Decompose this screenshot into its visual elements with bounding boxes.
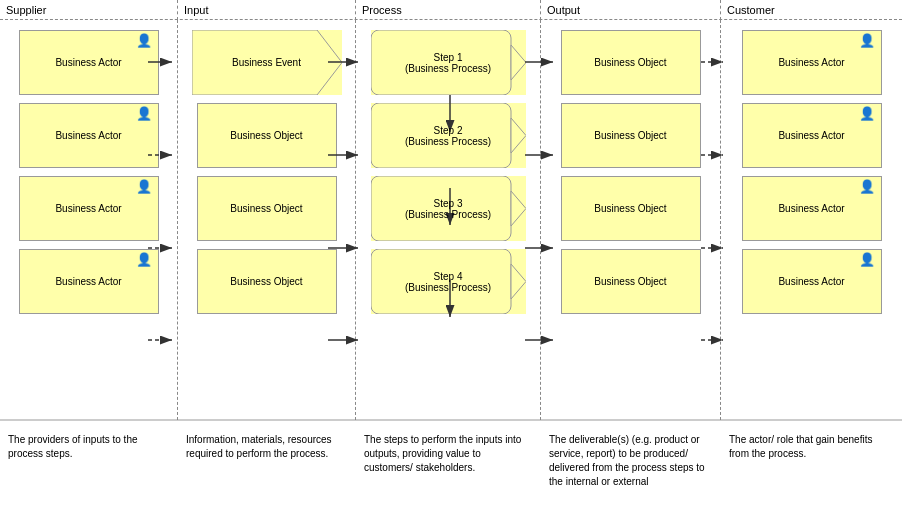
input-column: Business Event Business Object Business … [178,20,356,420]
person-icon-3: 👤 [136,180,152,193]
customer-column: 👤 Business Actor 👤 Business Actor 👤 Busi… [721,20,902,420]
supplier-actor-2: 👤 Business Actor [19,103,159,168]
description-section: The providers of inputs to the process s… [0,420,902,501]
process-step-1: Step 1(Business Process) [371,30,526,95]
desc-process: The steps to perform the inputs into out… [356,429,541,493]
output-column: Business Object Business Object Business… [541,20,721,420]
person-icon-c4: 👤 [859,253,875,266]
customer-actor-1: 👤 Business Actor [742,30,882,95]
person-icon-c2: 👤 [859,107,875,120]
svg-marker-2 [511,45,526,80]
person-icon-c1: 👤 [859,34,875,47]
supplier-actor-1: 👤 Business Actor [19,30,159,95]
supplier-actor-4: 👤 Business Actor [19,249,159,314]
process-step-4: Step 4(Business Process) [371,249,526,314]
person-icon-4: 👤 [136,253,152,266]
output-object-4: Business Object [561,249,701,314]
desc-customer: The actor/ role that gain benefits from … [721,429,902,493]
customer-actor-2: 👤 Business Actor [742,103,882,168]
customer-actor-4: 👤 Business Actor [742,249,882,314]
swimlane-body: 👤 Business Actor 👤 Business Actor 👤 Busi… [0,20,902,420]
process-step-3: Step 3(Business Process) [371,176,526,241]
output-object-3: Business Object [561,176,701,241]
person-icon-c3: 👤 [859,180,875,193]
supplier-actor-3: 👤 Business Actor [19,176,159,241]
header-customer: Customer [721,0,902,20]
person-icon-1: 👤 [136,34,152,47]
input-event-1: Business Event [192,30,342,95]
output-object-1: Business Object [561,30,701,95]
svg-marker-8 [511,264,526,299]
process-column: Step 1(Business Process) Step 2(Business… [356,20,541,420]
output-object-2: Business Object [561,103,701,168]
svg-marker-4 [511,118,526,153]
input-object-3: Business Object [197,176,337,241]
desc-supplier: The providers of inputs to the process s… [0,429,178,493]
header-output: Output [541,0,721,20]
input-object-4: Business Object [197,249,337,314]
swimlane-header: Supplier Input Process Output Customer [0,0,902,20]
desc-output: The deliverable(s) (e.g. product or serv… [541,429,721,493]
customer-actor-3: 👤 Business Actor [742,176,882,241]
supplier-column: 👤 Business Actor 👤 Business Actor 👤 Busi… [0,20,178,420]
header-supplier: Supplier [0,0,178,20]
diagram-container: Supplier Input Process Output Customer 👤… [0,0,902,420]
header-input: Input [178,0,356,20]
input-object-2: Business Object [197,103,337,168]
svg-marker-6 [511,191,526,226]
person-icon-2: 👤 [136,107,152,120]
process-step-2: Step 2(Business Process) [371,103,526,168]
header-process: Process [356,0,541,20]
desc-input: Information, materials, resources requir… [178,429,356,493]
